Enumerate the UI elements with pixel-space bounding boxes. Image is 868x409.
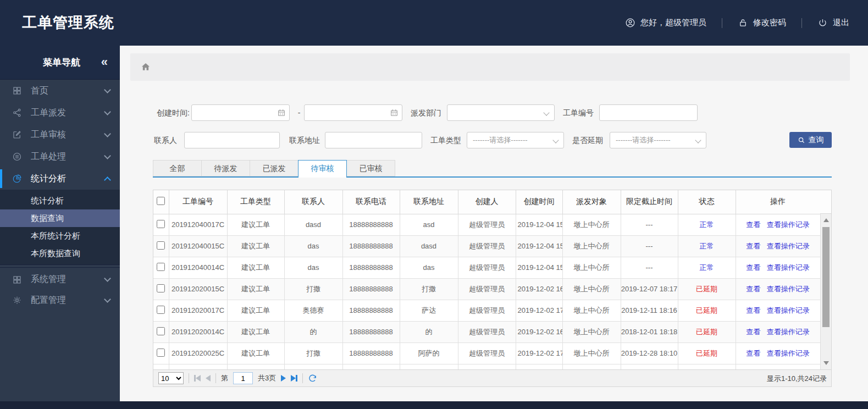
cell-deadline: 2019-12-07 18:17	[621, 278, 678, 300]
tab-dispatched[interactable]: 已派发	[250, 160, 298, 176]
cell-deadline: ---	[621, 257, 678, 278]
last-page-button[interactable]	[291, 375, 297, 382]
table-row: 201912020017C 建议工单 奥德赛 18888888888 萨达 超级…	[153, 300, 820, 321]
view-log-link[interactable]: 查看操作记录	[767, 285, 810, 293]
row-checkbox-cell	[153, 235, 169, 257]
record-summary: 显示1-10,共24记录	[767, 370, 827, 387]
create-time-start-input[interactable]	[191, 104, 290, 121]
order-no-input[interactable]	[599, 104, 698, 121]
cell-address: das	[400, 257, 458, 278]
home-icon[interactable]	[140, 62, 151, 73]
next-page-button[interactable]	[281, 375, 286, 382]
statistics-submenu: 统计分析 数据查询 本所统计分析 本所数据查询	[0, 190, 120, 265]
cell-creator: 超级管理员	[458, 300, 516, 321]
page-size-select[interactable]: 10	[158, 372, 184, 384]
tab-pending-dispatch[interactable]: 待派发	[201, 160, 250, 176]
delay-select[interactable]: -------请选择-------	[610, 132, 706, 148]
row-checkbox[interactable]	[157, 306, 165, 314]
row-checkbox[interactable]	[157, 349, 165, 357]
table-row: 201912040017C 建议工单 dasd 18888888888 asd …	[153, 214, 820, 235]
view-link[interactable]: 查看	[746, 328, 760, 336]
cell-address: asd	[400, 214, 458, 235]
view-link[interactable]: 查看	[746, 220, 760, 229]
cell-target: 墩上中心所	[562, 235, 621, 257]
view-log-link[interactable]: 查看操作记录	[767, 242, 810, 250]
dispatch-dept-label: 派发部门	[411, 104, 441, 121]
change-password-button[interactable]: 修改密码	[738, 18, 786, 28]
view-log-link[interactable]: 查看操作记录	[767, 220, 810, 229]
row-checkbox[interactable]	[157, 241, 165, 250]
search-button[interactable]: 查询	[789, 132, 832, 148]
row-checkbox[interactable]	[157, 284, 165, 292]
user-icon	[625, 18, 635, 28]
logout-label: 退出	[833, 18, 849, 28]
row-checkbox[interactable]	[157, 327, 165, 335]
status-badge: 正常	[678, 235, 736, 257]
table-row: 201912020015C 建议工单 打撒 18888888888 打撒 超级管…	[153, 278, 820, 300]
view-link[interactable]: 查看	[746, 263, 760, 272]
tab-reviewed[interactable]: 已审核	[346, 160, 395, 176]
contact-input[interactable]	[184, 132, 280, 148]
order-no-label: 工单编号	[563, 104, 594, 121]
submenu-item-statistics[interactable]: 统计分析	[0, 192, 120, 209]
cell-address: 萨达	[400, 300, 458, 321]
sidebar-item-config[interactable]: 配置管理	[0, 289, 120, 311]
submenu-item-data-query[interactable]: 数据查询	[0, 209, 120, 227]
view-log-link[interactable]: 查看操作记录	[767, 328, 810, 336]
breadcrumb	[130, 53, 850, 81]
tab-all[interactable]: 全部	[153, 160, 202, 176]
view-link[interactable]: 查看	[746, 242, 760, 250]
scroll-down-arrow-icon[interactable]	[823, 361, 829, 365]
chevron-down-icon	[104, 130, 111, 137]
submenu-item-local-statistics[interactable]: 本所统计分析	[0, 227, 120, 245]
sidebar-item-label: 统计分析	[31, 173, 105, 185]
logout-button[interactable]: 退出	[817, 18, 849, 28]
cell-creator: 超级管理员	[458, 278, 516, 300]
cell-target: 墩上中心所	[562, 257, 621, 278]
view-link[interactable]: 查看	[746, 285, 760, 293]
page-number-input[interactable]	[233, 372, 253, 384]
tab-pending-review[interactable]: 待审核	[298, 160, 347, 178]
user-greeting[interactable]: 您好，超级管理员	[625, 18, 706, 28]
create-time-end-input[interactable]	[304, 104, 402, 121]
sidebar-collapse-icon[interactable]: «	[101, 46, 108, 79]
edit-icon	[12, 130, 22, 140]
dispatch-dept-select[interactable]	[447, 104, 555, 121]
sidebar-item-review[interactable]: 工单审核	[0, 124, 120, 146]
sidebar-item-label: 工单审核	[31, 129, 105, 141]
select-placeholder: -------请选择-------	[616, 136, 671, 144]
total-pages-label: 共3页	[258, 373, 276, 383]
scroll-up-arrow-icon[interactable]	[823, 218, 829, 222]
sidebar-item-system[interactable]: 系统管理	[0, 267, 120, 289]
sidebar-item-home[interactable]: 首页	[0, 80, 120, 102]
cell-contact: dasd	[284, 214, 342, 235]
sidebar-item-process[interactable]: 工单处理	[0, 146, 120, 168]
view-link[interactable]: 查看	[746, 349, 760, 357]
share-icon	[12, 108, 22, 118]
select-all-checkbox[interactable]	[157, 197, 165, 205]
view-log-link[interactable]: 查看操作记录	[767, 263, 810, 272]
scrollbar-thumb[interactable]	[822, 227, 830, 327]
lock-icon	[738, 18, 748, 28]
cell-actions: 查看 查看操作记录	[736, 342, 820, 364]
refresh-icon[interactable]	[308, 374, 317, 383]
first-page-button[interactable]	[194, 375, 201, 382]
pie-chart-icon	[12, 174, 22, 184]
view-log-link[interactable]: 查看操作记录	[767, 349, 810, 357]
sidebar-item-statistics[interactable]: 统计分析	[0, 168, 120, 190]
prev-page-button[interactable]	[206, 375, 211, 382]
sidebar-item-dispatch[interactable]: 工单派发	[0, 102, 120, 124]
view-link[interactable]: 查看	[746, 306, 760, 314]
vertical-scrollbar[interactable]	[820, 214, 831, 369]
submenu-item-local-data-query[interactable]: 本所数据查询	[0, 245, 120, 262]
cell-created: 2019-12-02 16	[516, 321, 562, 342]
grid-icon	[12, 275, 22, 285]
order-type-select[interactable]: -------请选择-------	[467, 132, 564, 148]
row-checkbox[interactable]	[157, 220, 165, 228]
view-log-link[interactable]: 查看操作记录	[767, 306, 810, 314]
cell-order-type: 建议工单	[227, 278, 284, 300]
row-checkbox[interactable]	[157, 263, 165, 271]
address-input[interactable]	[325, 132, 422, 148]
cell-contact: 打撒	[284, 278, 342, 300]
select-placeholder: -------请选择-------	[473, 136, 528, 144]
